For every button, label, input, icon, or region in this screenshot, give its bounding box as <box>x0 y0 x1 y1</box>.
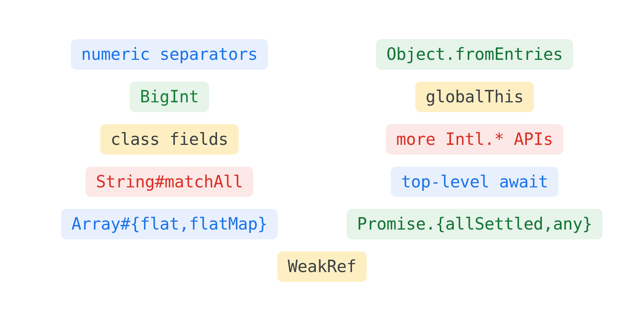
right-column: Object.fromEntries globalThis more Intl.… <box>333 39 616 239</box>
feature-badge-class-fields: class fields <box>100 124 239 155</box>
feature-badge-intl-apis: more Intl.* APIs <box>386 124 564 155</box>
feature-badge-numeric-separators: numeric separators <box>71 39 268 70</box>
feature-badge-object-fromentries: Object.fromEntries <box>376 39 574 70</box>
feature-badge-top-level-await: top-level await <box>391 167 559 197</box>
feature-badge-globalthis: globalThis <box>415 82 534 112</box>
feature-badge-array-flat: Array#{flat,flatMap} <box>61 209 278 239</box>
feature-badge-weakref: WeakRef <box>277 251 367 282</box>
footer-row: WeakRef <box>23 251 621 282</box>
left-column: numeric separators BigInt class fields S… <box>28 39 311 239</box>
feature-badge-string-matchall: String#matchAll <box>86 167 254 197</box>
feature-grid: numeric separators BigInt class fields S… <box>28 39 616 239</box>
feature-badge-bigint: BigInt <box>130 82 210 112</box>
feature-badge-promise-allsettled: Promise.{allSettled,any} <box>347 209 603 239</box>
